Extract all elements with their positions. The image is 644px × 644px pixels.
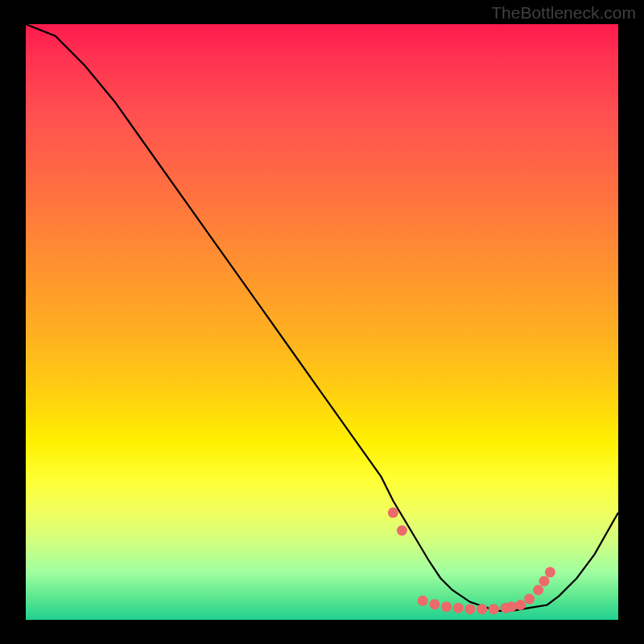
plot-area bbox=[26, 24, 618, 620]
attribution-text: TheBottleneck.com bbox=[491, 3, 636, 23]
data-point bbox=[465, 604, 476, 614]
data-point bbox=[453, 603, 464, 613]
data-point bbox=[397, 526, 407, 536]
data-point bbox=[539, 576, 550, 586]
chart-svg bbox=[26, 24, 618, 620]
data-point bbox=[545, 567, 555, 577]
curve-line bbox=[26, 24, 618, 611]
data-point bbox=[506, 601, 517, 612]
data-point bbox=[388, 507, 398, 518]
data-point bbox=[429, 599, 440, 609]
data-point bbox=[477, 604, 487, 614]
data-point bbox=[418, 596, 428, 606]
data-point bbox=[515, 600, 526, 610]
bottleneck-curve bbox=[26, 24, 618, 611]
curve-dots bbox=[388, 507, 555, 614]
data-point bbox=[524, 594, 535, 605]
data-point bbox=[489, 604, 499, 614]
data-point bbox=[533, 585, 543, 596]
data-point bbox=[441, 601, 452, 612]
